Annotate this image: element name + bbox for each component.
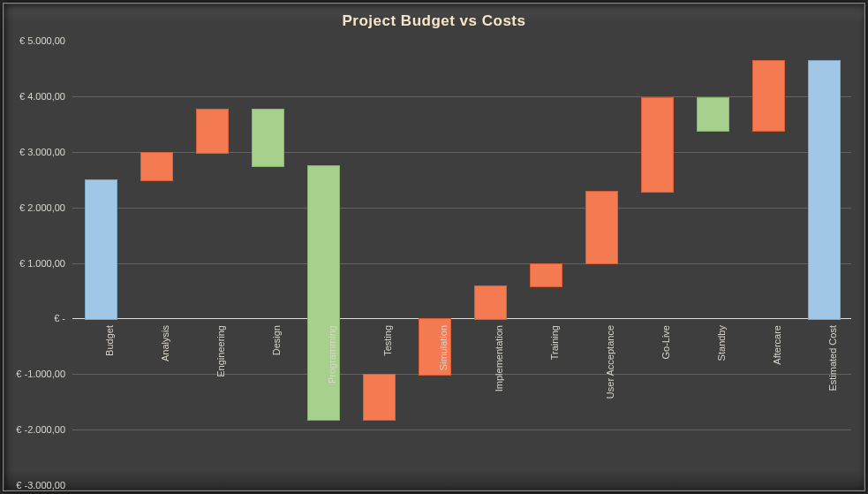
x-tick-label: Standby: [716, 325, 727, 431]
axis-baseline: [72, 318, 851, 319]
gridline: [72, 263, 851, 264]
gridline: [72, 429, 851, 430]
x-tick-label: Implementation: [494, 325, 504, 431]
x-tick-label: Programming: [327, 325, 337, 431]
x-tick-label: Aftercare: [772, 325, 782, 431]
bar-aftercare: [752, 60, 785, 132]
x-tick-label: Budget: [104, 325, 115, 431]
y-tick-label: € -: [7, 313, 65, 323]
bar-training: [530, 263, 562, 287]
y-tick-label: € 3.000,00: [7, 147, 65, 157]
y-tick-label: € 5.000,00: [7, 35, 65, 46]
x-tick-label: Training: [549, 325, 560, 431]
x-tick-label: Design: [271, 325, 282, 431]
y-tick-label: € 4.000,00: [7, 91, 65, 102]
x-tick-label: Simulation: [438, 325, 449, 431]
gridline: [72, 152, 851, 153]
y-tick-label: € 2.000,00: [7, 202, 65, 213]
x-tick-label: User Acceptance: [605, 325, 615, 431]
bar-analysis: [140, 152, 173, 181]
bar-budget: [85, 179, 117, 320]
x-tick-label: Analysis: [160, 325, 170, 431]
x-tick-label: Go-Live: [660, 325, 671, 431]
bar-implementation: [474, 285, 507, 321]
bar-engineering: [196, 109, 229, 154]
y-tick-label: € -2.000,00: [7, 424, 65, 435]
bar-estimated-cost: [808, 60, 841, 320]
x-tick-label: Testing: [382, 325, 393, 431]
x-tick-label: Engineering: [215, 325, 226, 431]
gridline: [72, 96, 851, 97]
y-tick-label: € -3.000,00: [7, 480, 65, 490]
gridline: [72, 374, 851, 375]
bar-standby: [697, 97, 729, 131]
y-tick-label: € -1.000,00: [7, 369, 65, 379]
y-tick-label: € 1.000,00: [7, 258, 65, 269]
bar-design: [252, 109, 284, 167]
chart-frame: Project Budget vs Costs € 5.000,00€ 4.00…: [3, 3, 865, 491]
gridline: [72, 208, 851, 209]
plot-area: € 5.000,00€ 4.000,00€ 3.000,00€ 2.000,00…: [4, 4, 864, 490]
bar-go-live: [641, 97, 674, 192]
bar-user-acceptance: [585, 191, 618, 265]
x-tick-label: Estimated Cost: [827, 325, 838, 431]
